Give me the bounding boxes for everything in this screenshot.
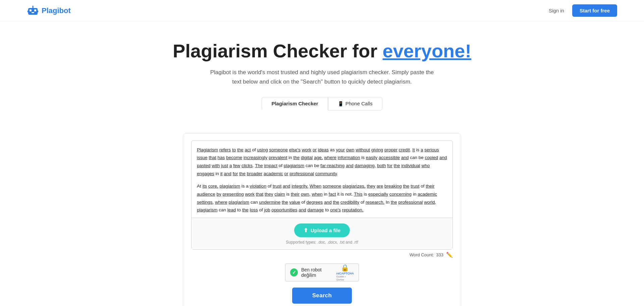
tab-phone-calls[interactable]: 📱 Phone Calls (328, 97, 382, 110)
svg-rect-0 (28, 8, 38, 15)
brand-name: Plagibot (42, 6, 71, 15)
recaptcha-wrapper: ✓ Ben robot değilim 🔒 reCAPTCHA Gizlilik… (191, 263, 453, 282)
recaptcha-logo-text: reCAPTCHA (336, 272, 354, 275)
recaptcha-logo-icon: 🔒 (341, 264, 349, 272)
text-area-wrapper: Plagiarism refers to the act of using so… (191, 140, 453, 250)
hero-section: Plagiarism Checker for everyone! Plagibo… (0, 21, 644, 124)
logo-icon (27, 5, 39, 17)
logo-area: Plagibot (27, 5, 71, 17)
upload-file-button[interactable]: ⬆ Upload a file (294, 223, 350, 237)
upload-icon: ⬆ (304, 227, 308, 234)
sign-in-link[interactable]: Sign in (549, 8, 564, 13)
recaptcha-box[interactable]: ✓ Ben robot değilim 🔒 reCAPTCHA Gizlilik… (285, 263, 359, 282)
recaptcha-label: Ben robot değilim (301, 267, 336, 278)
svg-rect-6 (28, 10, 29, 12)
checker-main-area: Plagiarism refers to the act of using so… (183, 133, 461, 306)
word-count-label: Word Count: 333 (410, 252, 443, 257)
hero-title-prefix: Plagiarism Checker for (173, 40, 383, 61)
text-paragraph-2: At its core, plagiarism is a violation o… (197, 182, 447, 214)
edit-icon[interactable]: ✏️ (446, 252, 453, 258)
text-paragraph-1: Plagiarism refers to the act of using so… (197, 146, 447, 178)
svg-rect-1 (30, 9, 32, 11)
hero-title: Plagiarism Checker for everyone! (7, 40, 637, 62)
search-button[interactable]: Search (292, 288, 352, 304)
word-count-row: Word Count: 333 ✏️ (191, 252, 453, 258)
header-nav: Sign in Start for free (549, 4, 617, 17)
header: Plagibot Sign in Start for free (0, 0, 644, 21)
svg-rect-7 (37, 10, 38, 12)
search-btn-wrapper: Search (191, 288, 453, 306)
tabs-container: Plagiarism Checker 📱 Phone Calls (7, 97, 637, 110)
recaptcha-checkmark: ✓ (290, 268, 298, 276)
phone-icon: 📱 (338, 101, 343, 106)
recaptcha-footer: Gizlilik • Şartlar (336, 275, 354, 281)
start-free-button[interactable]: Start for free (572, 4, 617, 17)
text-content-display[interactable]: Plagiarism refers to the act of using so… (192, 141, 452, 218)
hero-subtitle: Plagibot is the world's most trusted and… (208, 68, 436, 86)
supported-types-label: Supported types: .doc, .docx, .txt and .… (286, 240, 358, 245)
hero-title-highlight: everyone! (383, 40, 472, 61)
svg-point-5 (32, 5, 34, 7)
upload-section: ⬆ Upload a file Supported types: .doc, .… (192, 218, 452, 249)
recaptcha-branding: 🔒 reCAPTCHA Gizlilik • Şartlar (336, 264, 354, 281)
svg-rect-3 (32, 12, 34, 13)
recaptcha-left: ✓ Ben robot değilim (290, 267, 336, 278)
svg-rect-2 (34, 9, 36, 11)
tab-plagiarism-checker[interactable]: Plagiarism Checker (262, 97, 328, 110)
